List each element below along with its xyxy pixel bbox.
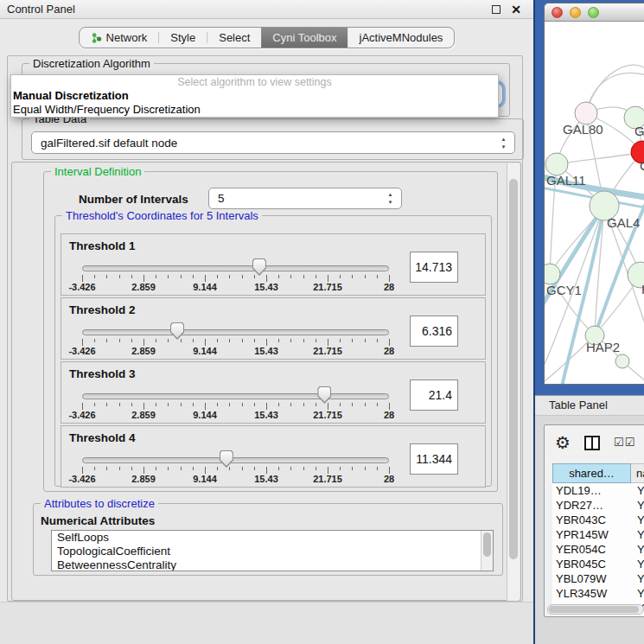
table-cell[interactable]: YBR04	[631, 557, 644, 571]
table-row[interactable]: YLR345WYLR34	[552, 586, 644, 601]
threshold-slider[interactable]: -3.4262.8599.14415.4321.71528	[82, 390, 389, 421]
slider-thumb-icon[interactable]	[170, 322, 184, 340]
table-row[interactable]: YBR043CYBR04	[552, 513, 644, 527]
combobox-stepper-icon[interactable]: ▲▼	[386, 191, 394, 207]
threshold-value-field[interactable]: 11.344	[410, 443, 458, 475]
table-cell[interactable]: YER054C	[552, 542, 631, 557]
gear-icon[interactable]: ⚙	[555, 433, 571, 452]
network-node[interactable]	[615, 354, 629, 368]
settings-vertical-scrollbar[interactable]	[507, 163, 520, 601]
table-cell[interactable]: YLR345W	[552, 586, 631, 601]
threshold-panel-4: Threshold 4-3.4262.8599.14415.4321.71528…	[61, 425, 486, 488]
tab-jactivemnodules[interactable]: jActiveMNodules	[348, 28, 455, 48]
tab-cyni-toolbox[interactable]: Cyni Toolbox	[261, 28, 348, 48]
table-cell[interactable]: YPR145W	[552, 527, 631, 542]
table-row[interactable]: YER054CYER05	[552, 542, 644, 557]
network-canvas[interactable]: GAL80GCGAL11GAL4GCY1HHAP2	[545, 22, 644, 385]
table-cell[interactable]: YDL19…	[552, 483, 631, 498]
tab-select[interactable]: Select	[207, 28, 261, 48]
number-of-intervals-combobox[interactable]: 5 ▲▼	[208, 188, 402, 209]
number-of-intervals-value: 5	[218, 188, 225, 209]
network-node-label: GAL11	[546, 173, 586, 188]
slider-ticks	[82, 275, 389, 282]
attributes-scrollbar[interactable]	[481, 531, 493, 571]
columns-icon[interactable]	[584, 436, 600, 450]
close-icon[interactable]: ✕	[511, 2, 521, 17]
thresholds-group: Threshold's Coordinates for 5 Intervals …	[54, 215, 492, 487]
slider-tick-labels: -3.4262.8599.14415.4321.71528	[82, 346, 389, 356]
slider-thumb-icon[interactable]	[220, 450, 233, 468]
network-view-window[interactable]: GAL80GCGAL11GAL4GCY1HHAP2	[544, 3, 644, 385]
table-cell[interactable]: YBR045C	[552, 557, 631, 571]
table-cell[interactable]: YBL07	[631, 571, 644, 586]
table-cell[interactable]: YBR043C	[552, 513, 631, 527]
slider-thumb-icon[interactable]	[252, 258, 266, 276]
table-toolbar: ⚙ ☑☑	[545, 425, 644, 463]
interval-definition-group: Interval Definition Number of Intervals …	[43, 171, 498, 492]
network-edge[interactable]	[557, 152, 642, 164]
table-cell[interactable]: YBR04	[631, 513, 644, 527]
slider-track[interactable]	[82, 265, 389, 271]
tab-label: Cyni Toolbox	[272, 31, 336, 44]
table-row[interactable]: YBL079WYBL07	[552, 571, 644, 586]
table-row[interactable]: YDR27…YDR27	[552, 498, 644, 513]
slider-tick-labels: -3.4262.8599.14415.4321.71528	[82, 474, 389, 484]
table-cell[interactable]: YER05	[631, 542, 644, 557]
threshold-slider[interactable]: -3.4262.8599.14415.4321.71528	[82, 454, 389, 485]
network-node-label: GCY1	[546, 283, 582, 297]
slider-track[interactable]	[82, 393, 389, 399]
dropdown-hint: Select algorithm to view settings	[11, 75, 498, 89]
table-cell[interactable]: YDL19	[631, 483, 644, 498]
tab-network[interactable]: Network	[80, 28, 159, 48]
slider-track[interactable]	[82, 457, 389, 463]
threshold-slider[interactable]: -3.4262.8599.14415.4321.71528	[82, 262, 389, 293]
dropdown-option[interactable]: Manual Discretization	[11, 89, 498, 103]
discretization-algorithm-group-label: Discretization Algorithm	[29, 57, 154, 70]
select-columns-icon[interactable]: ☑☑	[614, 436, 635, 449]
attribute-list-item[interactable]: TopologicalCoefficient	[52, 545, 493, 558]
close-traffic-light-icon[interactable]	[552, 7, 563, 18]
threshold-value-field[interactable]: 21.4	[410, 379, 458, 411]
tab-label: Network	[106, 31, 148, 44]
float-window-icon[interactable]	[492, 5, 501, 14]
numerical-attributes-list[interactable]: SelfLoopsTopologicalCoefficientBetweenne…	[51, 530, 494, 571]
threshold-label: Threshold 3	[69, 367, 136, 380]
table-cell[interactable]: YLR34	[631, 586, 644, 601]
column-header-name[interactable]: name	[631, 463, 644, 483]
table-data-combobox[interactable]: galFiltered.sif default node ▲▼	[31, 131, 515, 154]
table-cell[interactable]: YDR27…	[552, 498, 631, 513]
table-cell[interactable]: YBL079W	[552, 571, 631, 586]
slider-thumb-icon[interactable]	[317, 386, 331, 404]
combobox-stepper-icon[interactable]: ▲▼	[500, 136, 507, 151]
attribute-list-item[interactable]: SelfLoops	[52, 531, 493, 545]
control-panel-tabstrip: NetworkStyleSelectCyni ToolboxjActiveMNo…	[79, 27, 456, 48]
tab-label: Select	[219, 31, 250, 44]
node-table-panel: ⚙ ☑☑ shared…nameYDL19…YDL19YDR27…YDR27YB…	[544, 424, 644, 617]
table-row[interactable]: YPR145WYPR14	[552, 527, 644, 542]
zoom-traffic-light-icon[interactable]	[588, 7, 599, 18]
attributes-group-label: Attributes to discretize	[41, 497, 158, 510]
table-horizontal-scrollbar[interactable]	[547, 604, 644, 615]
thresholds-group-label: Threshold's Coordinates for 5 Intervals	[62, 209, 262, 222]
slider-track[interactable]	[82, 329, 389, 335]
control-panel-titlebar: Control Panel ✕	[0, 0, 533, 19]
control-panel-footer: Impute DataDiscretize DataInfer Network	[0, 602, 533, 644]
network-node-label: HAP2	[586, 340, 620, 354]
table-cell[interactable]: YPR14	[631, 527, 644, 542]
minimize-traffic-light-icon[interactable]	[570, 7, 581, 18]
table-row[interactable]: YDL19…YDL19	[552, 483, 644, 498]
table-panel-title: Table Panel	[549, 399, 608, 411]
dropdown-option[interactable]: Equal Width/Frequency Discretization	[11, 103, 498, 117]
network-tab-icon	[91, 32, 102, 43]
tab-style[interactable]: Style	[159, 28, 207, 48]
control-panel-title: Control Panel	[7, 3, 75, 16]
threshold-value-field[interactable]: 6.316	[410, 316, 458, 347]
table-cell[interactable]: YDR27	[631, 498, 644, 513]
table-data-value: galFiltered.sif default node	[41, 132, 177, 155]
network-node-label: GAL80	[563, 122, 603, 137]
attribute-list-item[interactable]: BetweennessCentrality	[52, 558, 493, 571]
threshold-value-field[interactable]: 14.713	[410, 252, 458, 283]
column-header-shared-name[interactable]: shared…	[552, 463, 631, 483]
threshold-slider[interactable]: -3.4262.8599.14415.4321.71528	[82, 326, 389, 357]
table-row[interactable]: YBR045CYBR04	[552, 557, 644, 571]
